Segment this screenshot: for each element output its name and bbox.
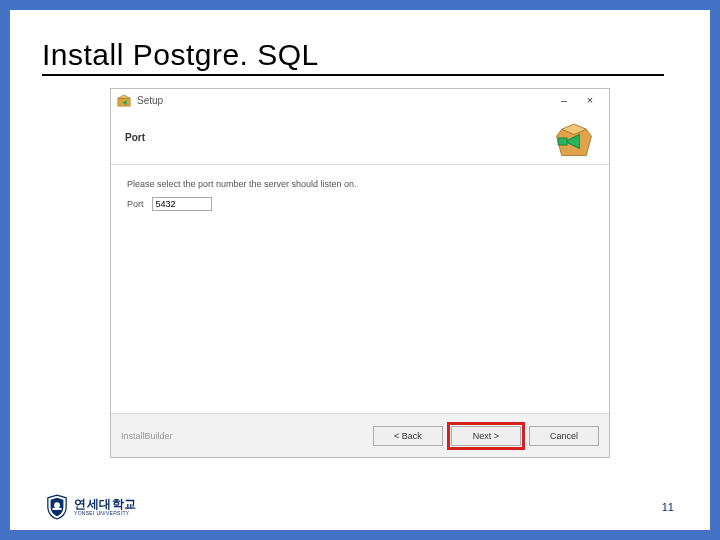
port-input[interactable] <box>152 197 212 211</box>
wizard-step-title: Port <box>125 132 145 143</box>
university-name-korean: 연세대학교 <box>74 498 137 510</box>
svg-rect-6 <box>558 138 567 145</box>
package-arrow-icon <box>553 117 595 159</box>
port-label: Port <box>127 199 144 209</box>
svg-point-7 <box>54 502 60 508</box>
wizard-header: Port <box>111 111 609 165</box>
installbuilder-label: InstallBuilder <box>121 431 173 441</box>
svg-rect-8 <box>52 508 61 510</box>
setup-icon <box>117 93 131 107</box>
close-button[interactable]: × <box>577 91 603 109</box>
wizard-content: Please select the port number the server… <box>111 165 609 413</box>
minimize-button[interactable]: – <box>551 91 577 109</box>
titlebar-title: Setup <box>137 95 163 106</box>
next-button[interactable]: Next > <box>451 426 521 446</box>
back-button[interactable]: < Back <box>373 426 443 446</box>
port-row: Port <box>127 197 593 211</box>
shield-icon <box>46 494 68 520</box>
wizard-footer: InstallBuilder < Back Next > Cancel <box>111 413 609 457</box>
university-name-english: YONSEI UNIVERSITY <box>74 510 137 516</box>
instruction-text: Please select the port number the server… <box>127 179 593 189</box>
slide-footer: 연세대학교 YONSEI UNIVERSITY 11 <box>46 494 674 520</box>
installer-window: Setup – × Port Please select the port nu… <box>110 88 610 458</box>
university-logo: 연세대학교 YONSEI UNIVERSITY <box>46 494 137 520</box>
page-number: 11 <box>662 501 674 513</box>
university-text: 연세대학교 YONSEI UNIVERSITY <box>74 498 137 516</box>
svg-marker-1 <box>118 95 130 99</box>
slide: Install Postgre. SQL Setup – × Port <box>10 10 710 530</box>
cancel-button[interactable]: Cancel <box>529 426 599 446</box>
titlebar: Setup – × <box>111 89 609 111</box>
slide-title: Install Postgre. SQL <box>42 38 664 76</box>
